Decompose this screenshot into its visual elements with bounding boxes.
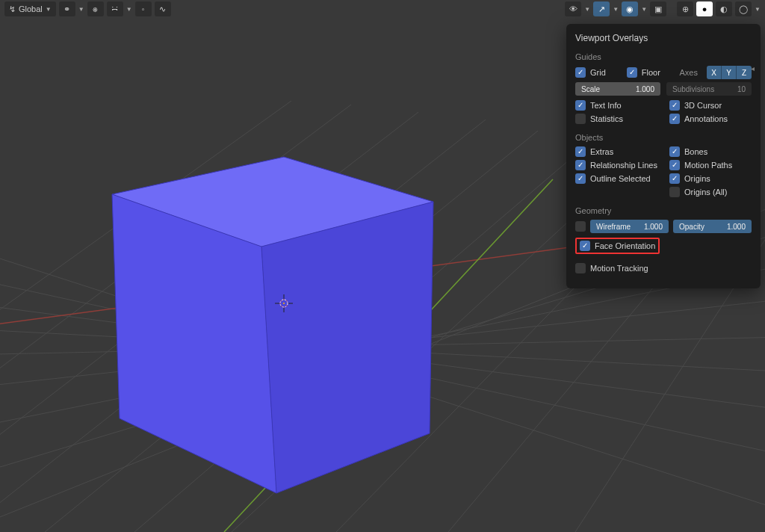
viewport-header: ↯ Global ▼ ⚭ ▼ ⎈ ∺ ▼ ◦ ∿ 👁 ▼ ↗ ▼ ◉ ▼ ▣ ⊕… [0, 0, 765, 18]
chevron-down-icon[interactable]: ▼ [755, 6, 761, 13]
annotations-checkbox[interactable]: Annotations [669, 114, 752, 124]
overlays-icon[interactable]: ◉ [622, 1, 638, 16]
face-orientation-checkbox[interactable]: Face Orientation [580, 241, 655, 251]
viewport-overlays-popover: Viewport Overlays ◂ Guides Grid Floor Ax… [566, 24, 761, 288]
shading-matprev-icon[interactable]: ◐ [716, 1, 732, 16]
wireframe-checkbox[interactable] [575, 221, 586, 232]
face-orientation-highlight: Face Orientation [575, 238, 660, 254]
gizmo-icon[interactable]: ↗ [593, 1, 610, 16]
chevron-down-icon[interactable]: ▼ [126, 6, 132, 13]
chevron-down-icon: ▼ [46, 6, 52, 13]
axes-label: Axes [680, 68, 698, 77]
axis-z-button[interactable]: Z [737, 66, 752, 79]
shading-rendered-icon[interactable]: ◯ [735, 1, 752, 16]
chevron-down-icon[interactable]: ▼ [584, 6, 590, 13]
shading-solid-icon[interactable]: ● [696, 1, 713, 16]
pivot-icon[interactable]: ◦ [135, 1, 152, 16]
motion-paths-checkbox[interactable]: Motion Paths [669, 160, 752, 170]
axes-icon: ↯ [9, 4, 16, 14]
cursor3d-checkbox[interactable]: 3D Cursor [669, 100, 752, 111]
shading-wire-icon[interactable]: ⊕ [677, 1, 693, 16]
scale-field[interactable]: Scale 1.000 [575, 82, 660, 96]
relationship-checkbox[interactable]: Relationship Lines [575, 160, 657, 170]
chevron-down-icon[interactable]: ▼ [613, 6, 619, 13]
wireframe-field[interactable]: Wireframe 1.000 [590, 220, 669, 233]
outline-checkbox[interactable]: Outline Selected [575, 173, 657, 184]
subdivisions-field[interactable]: Subdivisions 10 [666, 82, 752, 96]
toggle-xray-icon[interactable]: ▣ [650, 1, 666, 16]
svg-marker-21 [261, 202, 433, 493]
curve-icon[interactable]: ∿ [155, 1, 171, 16]
viewport-3d[interactable]: ↯ Global ▼ ⚭ ▼ ⎈ ∺ ▼ ◦ ∿ 👁 ▼ ↗ ▼ ◉ ▼ ▣ ⊕… [0, 0, 765, 532]
axis-x-button[interactable]: X [707, 66, 722, 79]
visibility-icon[interactable]: 👁 [565, 1, 581, 16]
objects-header: Objects [575, 133, 752, 142]
bones-checkbox[interactable]: Bones [669, 146, 752, 157]
cube-object[interactable] [90, 149, 441, 508]
link-icon[interactable]: ⚭ [59, 1, 75, 16]
orientation-label: Global [19, 4, 43, 13]
axis-y-button[interactable]: Y [722, 66, 737, 79]
orientation-dropdown[interactable]: ↯ Global ▼ [4, 1, 56, 16]
origins-all-checkbox[interactable]: Origins (All) [669, 187, 752, 197]
magnet-icon[interactable]: ⎈ [87, 1, 104, 16]
text-info-checkbox[interactable]: Text Info [575, 100, 657, 111]
guides-header: Guides [575, 52, 752, 61]
motion-tracking-checkbox[interactable]: Motion Tracking [575, 263, 648, 273]
extras-checkbox[interactable]: Extras [575, 146, 657, 157]
opacity-field[interactable]: Opacity 1.000 [673, 220, 752, 233]
panel-collapse-icon[interactable]: ◂ [751, 64, 755, 72]
grid-checkbox[interactable]: Grid [575, 67, 606, 78]
proportional-icon[interactable]: ∺ [107, 1, 123, 16]
origins-checkbox[interactable]: Origins [669, 173, 752, 184]
floor-checkbox[interactable]: Floor [627, 67, 660, 78]
popover-title: Viewport Overlays [575, 33, 752, 43]
geometry-header: Geometry [575, 206, 752, 215]
chevron-down-icon[interactable]: ▼ [641, 6, 647, 13]
axes-toggle[interactable]: X Y Z [707, 66, 752, 79]
chevron-down-icon[interactable]: ▼ [78, 6, 84, 13]
statistics-checkbox[interactable]: Statistics [575, 114, 657, 124]
